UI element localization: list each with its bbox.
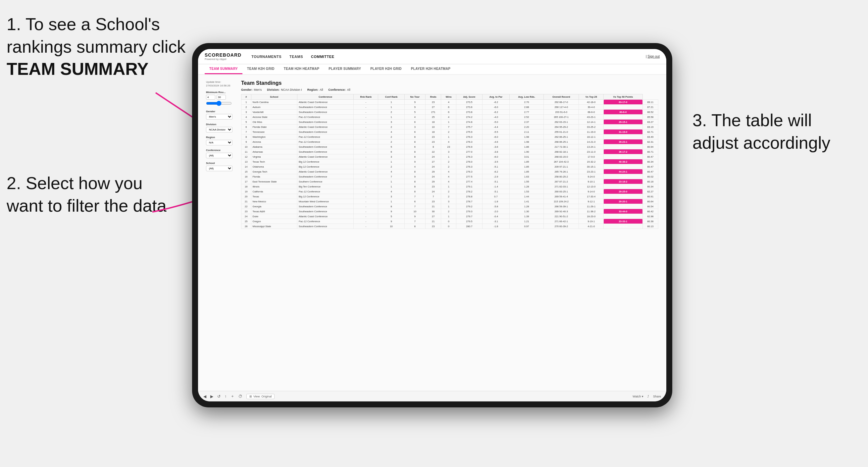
table-row: 4Arizona StatePac-12 Conference-14254274… <box>241 115 658 120</box>
toolbar-clock-icon[interactable]: ⏱ <box>239 394 242 399</box>
table-cell: 20 <box>241 194 251 199</box>
conference-select[interactable]: (All) <box>206 153 232 158</box>
table-cell: 80.47 <box>643 154 658 159</box>
sub-nav-team-h2h-grid[interactable]: TEAM H2H GRID <box>242 64 279 74</box>
table-cell: Pac-12 Conference <box>298 139 354 145</box>
school-select[interactable]: (All) <box>206 165 232 171</box>
table-cell: 8 <box>378 204 404 209</box>
table-cell: 7 <box>404 194 425 199</box>
table-cell: - <box>354 154 378 159</box>
table-cell: 270 60-39-2 <box>544 224 579 229</box>
annotation-2: 2. Select how you want to filter the dat… <box>7 172 179 217</box>
table-cell: 2 <box>441 194 456 199</box>
view-original-button[interactable]: ⊞ View: Original <box>246 394 275 399</box>
toolbar-bookmark-icon[interactable]: ＋ <box>230 394 235 399</box>
table-cell: 6 <box>441 105 456 110</box>
table-cell: 9-24-0 <box>579 174 604 179</box>
table-cell: 83.19 <box>643 125 658 129</box>
table-cell: Texas A&M <box>251 209 298 214</box>
share-label[interactable]: Share <box>653 395 661 398</box>
table-row: 2AuburnSoutheastern Conference-19276273.… <box>241 105 658 110</box>
table-row: 11ArkansasSoutheastern Conference-682232… <box>241 149 658 154</box>
table-cell: Atlantic Coast Conference <box>298 214 354 219</box>
table-cell: 1 <box>378 159 404 164</box>
sub-nav-player-h2h-heatmap[interactable]: PLAYER H2H HEATMAP <box>406 64 455 74</box>
gender-select[interactable]: Men's <box>206 114 232 120</box>
table-cell: -6.0 <box>482 134 509 139</box>
table-cell: 3 <box>241 110 251 115</box>
share-icon[interactable]: ⤴ <box>647 395 649 398</box>
table-row: 3VanderbiltSoutheastern Conference-25271… <box>241 110 658 115</box>
table-cell: - <box>354 100 378 105</box>
table-cell: - <box>354 105 378 110</box>
table-cell: 271 <box>426 110 441 115</box>
table-cell: 27-17-1 <box>604 184 643 189</box>
table-cell: 14 <box>241 164 251 169</box>
nav-link-tournaments[interactable]: TOURNAMENTS <box>251 55 281 59</box>
table-cell: - <box>354 214 378 219</box>
table-cell: 68-6-0 <box>579 110 604 115</box>
col-avg-low: Avg. Low Rds. <box>510 94 544 100</box>
watch-label[interactable]: Watch ▾ <box>632 395 644 398</box>
table-cell: 8 <box>404 189 425 194</box>
toolbar-forward-icon[interactable]: ▶ <box>210 394 213 399</box>
table-cell: California <box>251 189 298 194</box>
table-cell: 80.64 <box>643 199 658 204</box>
min-rounds-slider[interactable] <box>206 101 232 106</box>
toolbar-back-icon[interactable]: ◀ <box>203 394 206 399</box>
toolbar-share-icon[interactable]: ↑ <box>224 394 226 399</box>
sub-nav-player-summary[interactable]: PLAYER SUMMARY <box>324 64 366 74</box>
sign-out-text: | Sign out <box>646 55 660 58</box>
table-cell: 4 <box>241 115 251 120</box>
min-rounds-max-input[interactable] <box>217 95 226 100</box>
col-conf-rank: Conf Rank <box>378 94 404 100</box>
table-cell: 1 <box>441 204 456 209</box>
table-cell: 273.6 <box>456 105 483 110</box>
table-cell: 3 <box>378 154 404 159</box>
table-cell: 268 86-25-1 <box>544 139 579 145</box>
table-cell: 37-30-0 <box>604 214 643 219</box>
table-cell: 262 88-17-0 <box>544 100 579 105</box>
table-cell: - <box>354 194 378 199</box>
table-cell: 15-32-2 <box>579 159 604 164</box>
table-cell: 63-17-0 <box>604 100 643 105</box>
table-cell: 271 66-42-1 <box>544 219 579 224</box>
table-cell: 275.7 <box>456 125 483 129</box>
table-cell: - <box>354 110 378 115</box>
table-cell: 7 <box>404 204 425 209</box>
table-cell: 10 <box>241 145 251 149</box>
table-cell: 0.97 <box>510 224 544 229</box>
table-cell: 274.8 <box>456 120 483 125</box>
table-cell: - <box>354 164 378 169</box>
toolbar-reload-icon[interactable]: ↺ <box>217 394 221 399</box>
sub-nav-team-summary[interactable]: TEAM SUMMARY <box>205 64 242 74</box>
division-select[interactable]: NCAA Division I <box>206 127 232 132</box>
table-cell: - <box>354 125 378 129</box>
region-select[interactable]: N/A <box>206 140 232 146</box>
nav-link-committee[interactable]: COMMITTEE <box>311 55 335 59</box>
table-cell: 268 82-18-1 <box>544 149 579 154</box>
table-cell: 1 <box>378 115 404 120</box>
table-cell: 1.39 <box>510 214 544 219</box>
table-cell: 20-39-1 <box>604 204 643 209</box>
region-label: Region <box>206 136 236 139</box>
table-cell: 13-24-1 <box>579 145 604 149</box>
nav-link-teams[interactable]: TEAMS <box>289 55 303 59</box>
table-cell: 1.85 <box>510 164 544 169</box>
table-cell: 89.11 <box>643 100 658 105</box>
table-cell: 8 <box>404 154 425 159</box>
table-cell: 4-21-0 <box>579 224 604 229</box>
table-cell: 11 <box>241 149 251 154</box>
sub-nav-team-h2h-heatmap[interactable]: TEAM H2H HEATMAP <box>279 64 324 74</box>
sub-nav-player-h2h-grid[interactable]: PLAYER H2H GRID <box>366 64 406 74</box>
table-cell: 4 <box>404 115 425 120</box>
table-cell: Texas Tech <box>251 159 298 164</box>
view-original-icon: ⊞ <box>249 395 252 398</box>
min-rounds-min-input[interactable] <box>206 95 215 100</box>
table-cell: 276.3 <box>456 134 483 139</box>
table-cell: 24 <box>426 154 441 159</box>
table-cell: 1.85 <box>510 169 544 174</box>
table-row: 1North CarolinaAtlantic Coast Conference… <box>241 100 658 105</box>
table-cell: 8 <box>404 149 425 154</box>
col-avg-par: Avg. to Par <box>482 94 509 100</box>
